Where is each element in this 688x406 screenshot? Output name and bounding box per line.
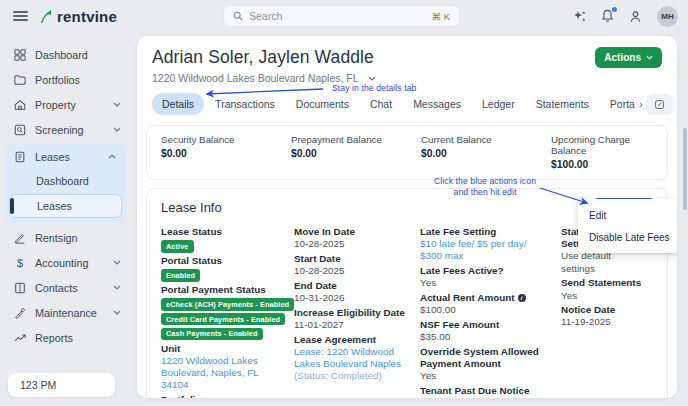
rentsign-pen-icon — [14, 232, 26, 244]
app-logo: rentvine — [39, 8, 117, 25]
lease-field-link[interactable]: Lease: 1220 Wildwood Lakes Boulevard Nap… — [294, 346, 420, 370]
sidebar-label: Maintenance — [35, 307, 97, 319]
lease-field-label: Portal Payment Status — [161, 284, 294, 296]
sparkle-ai-icon[interactable] — [573, 10, 586, 23]
lease-field-muted: (Status: Completed) — [294, 370, 420, 382]
lease-field-text: Yes — [420, 277, 561, 289]
info-icon: i — [518, 294, 526, 302]
sidebar-item-maintenance[interactable]: Maintenance — [0, 300, 131, 325]
sidebar-item-contacts[interactable]: Contacts — [0, 275, 131, 300]
lease-field-text: $35.00 — [420, 331, 561, 343]
page-actions-button[interactable]: Actions — [595, 47, 662, 68]
sidebar-item-leases[interactable]: Leases — [5, 144, 126, 169]
lease-field-text: 10-28-2025 — [294, 238, 420, 250]
main-content: Adrian Soler, Jaylen Waddle Actions 1220… — [137, 36, 677, 398]
lease-field-text: 10-31-2026 — [294, 292, 420, 304]
tab-documents[interactable]: Documents — [286, 93, 359, 115]
lease-field-label: Move In Date — [294, 226, 420, 238]
tab-statements[interactable]: Statements — [526, 93, 599, 115]
sidebar-label: Dashboard — [36, 175, 89, 187]
tab-ledger[interactable]: Ledger — [472, 93, 525, 115]
lease-field-badge: Active — [161, 240, 194, 252]
balance-value: $0.00 — [161, 148, 277, 159]
note-edit-icon — [654, 99, 665, 110]
balance-label: Prepayment Balance — [291, 134, 407, 145]
tab-chat[interactable]: Chat — [360, 93, 402, 115]
lease-field-label: Portfolio — [161, 394, 294, 398]
sidebar-item-dashboard[interactable]: Dashboard — [0, 42, 131, 67]
tab-portal[interactable]: Porta — [600, 93, 638, 115]
balance-value: $0.00 — [421, 148, 537, 159]
balance-current: Current Balance $0.00 — [407, 134, 537, 170]
sidebar-item-screening[interactable]: Screening — [0, 117, 131, 142]
tab-details[interactable]: Details — [152, 93, 204, 115]
lease-field-badge: Cash Payments - Enabled — [161, 328, 263, 340]
menu-item-edit[interactable]: Edit — [578, 204, 677, 226]
tab-messages[interactable]: Messages — [403, 93, 471, 115]
note-edit-button[interactable] — [646, 94, 673, 115]
user-avatar[interactable]: MH — [657, 6, 678, 27]
lease-field-text: 10-28-2025 — [294, 265, 420, 277]
lease-field-label: NSF Fee Amount — [420, 319, 561, 331]
lease-field-label: Tenant Past Due Notice Enabled — [420, 385, 561, 398]
lease-field-link[interactable]: $10 late fee/ $5 per day/ $300 max — [420, 238, 561, 262]
lease-field-badge: Enabled — [161, 269, 200, 281]
sidebar-subitem-leases-dashboard[interactable]: Dashboard — [5, 169, 126, 193]
sidebar-label: Leases — [35, 151, 70, 163]
lease-field-label: Start Date — [294, 253, 420, 265]
menu-item-disable-late-fees[interactable]: Disable Late Fees — [578, 226, 677, 248]
sidebar-item-accounting[interactable]: $ Accounting — [0, 250, 131, 275]
sidebar-item-reports[interactable]: Reports — [0, 325, 131, 350]
sidebar-label: Rentsign — [35, 232, 78, 244]
folder-icon — [14, 74, 26, 86]
sidebar: Dashboard Portfolios Property Screening — [0, 32, 131, 406]
lease-field-label: Actual Rent Amounti — [420, 292, 561, 304]
chevron-down-icon[interactable] — [368, 76, 376, 81]
sidebar-label: Reports — [35, 332, 73, 344]
reports-chart-icon — [14, 332, 26, 344]
page-scrollbar[interactable] — [683, 128, 687, 210]
hamburger-menu-icon[interactable] — [13, 8, 28, 23]
tab-transactions[interactable]: Transactions — [205, 93, 285, 115]
lease-field-link[interactable]: 1220 Wildwood Lakes Boulevard, Naples, F… — [161, 355, 294, 392]
lease-col-dates: Move In Date10-28-2025Start Date10-28-20… — [294, 226, 420, 398]
chevron-down-icon — [113, 127, 121, 132]
rentvine-logo-icon — [39, 9, 53, 24]
clock-text: 123 PM — [20, 379, 56, 391]
top-bar: rentvine Search ⌘ K — [0, 0, 688, 32]
clock-display: 123 PM — [8, 373, 115, 397]
balance-value: $0.00 — [291, 148, 407, 159]
tabs-scroll-right-icon[interactable]: › — [639, 98, 645, 110]
brand-name: rentvine — [57, 8, 117, 25]
screening-search-doc-icon — [14, 124, 26, 136]
chevron-down-icon — [646, 55, 653, 60]
search-input[interactable]: Search ⌘ K — [223, 5, 460, 27]
sidebar-label: Leases — [37, 200, 72, 212]
sidebar-item-portfolios[interactable]: Portfolios — [0, 67, 131, 92]
lease-field-label: Late Fees Active? — [420, 265, 561, 277]
lease-field-text: Yes — [561, 290, 653, 302]
lease-document-icon — [14, 151, 26, 163]
sidebar-item-rentsign[interactable]: Rentsign — [0, 225, 131, 250]
chevron-down-icon — [113, 102, 121, 107]
balance-summary: Security Balance $0.00 Prepayment Balanc… — [146, 125, 668, 180]
sidebar-label: Dashboard — [35, 49, 88, 61]
balance-label: Security Balance — [161, 134, 277, 145]
support-person-icon[interactable] — [629, 10, 642, 23]
sidebar-item-property[interactable]: Property — [0, 92, 131, 117]
lease-field-text: 11-19-2025 — [561, 316, 653, 328]
page-title: Adrian Soler, Jaylen Waddle — [152, 47, 374, 68]
lease-field-label: End Date — [294, 280, 420, 292]
unit-address: 1220 Wildwood Lakes Boulevard Naples, FL — [152, 72, 359, 84]
sidebar-label: Property — [35, 99, 76, 111]
chevron-up-icon — [108, 154, 116, 159]
lease-col-fees: Late Fee Setting$10 late fee/ $5 per day… — [420, 226, 561, 398]
notifications-bell-icon[interactable] — [601, 9, 614, 23]
sidebar-subitem-leases-leases[interactable]: Leases — [9, 194, 122, 218]
balance-upcoming: Upcoming Charge Balance $100.00 — [537, 134, 667, 170]
balance-value: $100.00 — [551, 159, 667, 170]
chevron-down-icon — [113, 310, 121, 315]
sidebar-group-leases: Leases Dashboard Leases — [5, 144, 126, 223]
lease-field-label: Portal Status — [161, 255, 294, 267]
balance-security: Security Balance $0.00 — [147, 134, 277, 170]
